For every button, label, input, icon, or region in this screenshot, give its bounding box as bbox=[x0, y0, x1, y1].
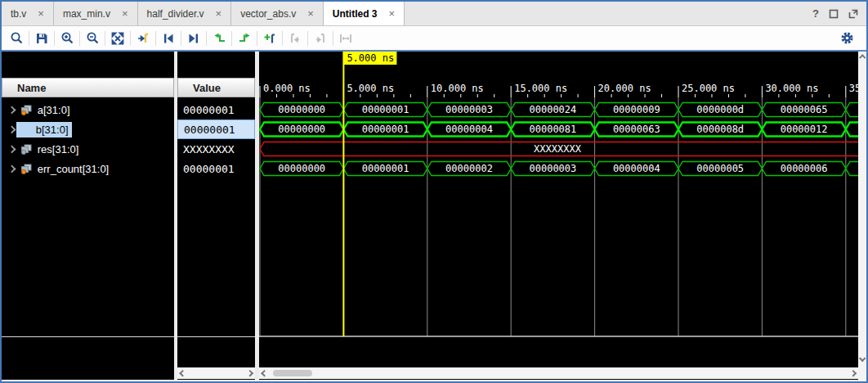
scroll-left-icon[interactable] bbox=[179, 369, 186, 376]
toolbar-separator bbox=[231, 31, 232, 46]
wave-scrollbar-thumb[interactable] bbox=[273, 370, 312, 376]
toolbar-separator bbox=[79, 31, 80, 46]
wave-bus-segment bbox=[846, 162, 858, 176]
next-marker-icon bbox=[314, 33, 327, 44]
signal-row-err_count[interactable]: err_count[31:0] bbox=[2, 159, 174, 178]
wave-bus-value: 00000004 bbox=[445, 124, 493, 135]
wave-bus-value: 0000008d bbox=[696, 124, 744, 135]
search-button[interactable] bbox=[7, 29, 26, 48]
zoom-fit-button[interactable] bbox=[108, 29, 128, 48]
name-column-header-label: Name bbox=[17, 82, 46, 94]
zoom-in-button[interactable] bbox=[57, 29, 77, 48]
toolbar-separator bbox=[54, 31, 55, 46]
scroll-right-icon[interactable] bbox=[246, 369, 253, 376]
maximize-icon[interactable] bbox=[848, 9, 858, 19]
signal-value-b[interactable]: 00000001 bbox=[177, 119, 255, 139]
zoom-to-cursor-button[interactable] bbox=[133, 29, 153, 48]
tab-close-icon[interactable]: × bbox=[216, 7, 222, 20]
wave-bus-value: 00000001 bbox=[362, 163, 409, 174]
zoom-out-button[interactable] bbox=[83, 29, 102, 48]
panel-bottom-separator bbox=[177, 336, 255, 337]
expand-chevron-icon[interactable] bbox=[8, 164, 16, 173]
help-icon[interactable]: ? bbox=[812, 7, 819, 20]
signal-name-label: a[31:0] bbox=[34, 102, 74, 118]
wave-bus-value: 00000000 bbox=[278, 163, 325, 174]
ruler-label: 35.0 bbox=[849, 83, 858, 94]
wave-bus-value: 00000063 bbox=[613, 124, 660, 135]
zoom-in-icon bbox=[60, 31, 74, 45]
tab-label: Untitled 3 bbox=[333, 8, 378, 20]
signal-row-a[interactable]: a[31:0] bbox=[2, 100, 174, 119]
save-waveform-button[interactable] bbox=[32, 29, 51, 48]
signal-value-res[interactable]: XXXXXXXX bbox=[177, 139, 255, 159]
bus-icon bbox=[20, 164, 33, 174]
tab-close-icon[interactable]: × bbox=[389, 7, 396, 20]
signal-name-label: err_count[31:0] bbox=[34, 161, 112, 177]
wave-horizontal-scrollbar[interactable] bbox=[259, 367, 858, 379]
bus-icon bbox=[20, 105, 33, 115]
tab-half-divider-v[interactable]: half_divider.v× bbox=[138, 2, 232, 25]
ruler-label: 5.000 ns bbox=[347, 83, 394, 94]
wave-vertical-scrollbar[interactable] bbox=[858, 52, 866, 380]
wave-bus-value: 0000000d bbox=[696, 104, 744, 115]
ruler-label: 30.000 ns bbox=[765, 83, 818, 94]
tab-tb-v[interactable]: tb.v× bbox=[2, 2, 54, 25]
zoom-cursor-icon bbox=[136, 32, 150, 45]
add-marker-button[interactable] bbox=[260, 29, 280, 48]
values-horizontal-scrollbar[interactable] bbox=[177, 367, 255, 379]
scroll-right-icon[interactable] bbox=[849, 369, 857, 376]
tab-close-icon[interactable]: × bbox=[38, 7, 44, 20]
toolbar bbox=[2, 26, 866, 52]
signal-name-label: res[31:0] bbox=[34, 142, 83, 157]
wave-bus-value: 00000003 bbox=[530, 163, 577, 174]
zoom-fit-icon bbox=[111, 32, 124, 45]
signal-row-b[interactable]: b[31:0] bbox=[2, 119, 174, 139]
next-transition-icon bbox=[238, 32, 252, 44]
expand-chevron-icon[interactable] bbox=[8, 106, 16, 114]
wave-bus-value: 00000004 bbox=[613, 163, 660, 174]
value-column-header[interactable]: Value bbox=[177, 78, 255, 97]
signal-value-a[interactable]: 00000001 bbox=[177, 100, 255, 119]
tab-untitled-3[interactable]: Untitled 3× bbox=[324, 2, 405, 25]
tab-bar: tb.v×max_min.v×half_divider.v×vector_abs… bbox=[2, 2, 866, 26]
go-to-end-button[interactable] bbox=[184, 29, 204, 48]
go-to-start-button[interactable] bbox=[159, 29, 178, 48]
add-marker-icon bbox=[263, 32, 276, 45]
save-icon bbox=[35, 32, 48, 45]
wave-bus-value: 00000001 bbox=[362, 104, 409, 115]
toolbar-separator bbox=[155, 31, 156, 46]
tab-label: tb.v bbox=[11, 8, 26, 20]
settings-button[interactable] bbox=[837, 29, 857, 48]
name-column-header[interactable]: Name bbox=[2, 78, 174, 97]
scroll-down-icon[interactable] bbox=[859, 355, 866, 363]
next-transition-button[interactable] bbox=[235, 29, 254, 48]
scroll-left-icon[interactable] bbox=[261, 369, 268, 376]
go-start-icon bbox=[162, 32, 175, 45]
wave-bus-value: 00000002 bbox=[445, 163, 493, 174]
tab-close-icon[interactable]: × bbox=[307, 7, 314, 20]
tab-vector-abs-v[interactable]: vector_abs.v× bbox=[231, 2, 324, 25]
waveform-viewer: Name a[31:0]b[31:0]res[31:0]err_count[31… bbox=[2, 52, 866, 380]
wave-bus-value: 00000009 bbox=[613, 104, 660, 115]
previous-transition-button[interactable] bbox=[209, 29, 229, 48]
float-icon[interactable] bbox=[829, 9, 839, 19]
expand-chevron-icon[interactable] bbox=[8, 145, 16, 153]
wave-bus-value: 00000005 bbox=[696, 163, 744, 174]
tab-label: max_min.v bbox=[63, 8, 110, 20]
toolbar-separator bbox=[130, 31, 131, 46]
signal-row-res[interactable]: res[31:0] bbox=[2, 139, 174, 159]
ruler-label: 0.000 ns bbox=[263, 83, 311, 94]
go-end-icon bbox=[187, 32, 200, 45]
tab-max-min-v[interactable]: max_min.v× bbox=[54, 2, 138, 25]
toolbar-separator bbox=[333, 31, 333, 46]
expand-chevron-icon[interactable] bbox=[8, 125, 16, 133]
value-column-header-label: Value bbox=[193, 82, 221, 94]
tab-close-icon[interactable]: × bbox=[122, 7, 128, 20]
wave-bus-value: 00000006 bbox=[781, 163, 828, 174]
vivado-waveform-window: tb.v×max_min.v×half_divider.v×vector_abs… bbox=[0, 0, 868, 383]
signal-value-err_count[interactable]: 00000001 bbox=[177, 159, 255, 178]
toolbar-separator bbox=[206, 31, 207, 46]
gear-icon bbox=[840, 31, 854, 45]
scroll-up-icon[interactable] bbox=[859, 54, 866, 61]
ruler-label: 15.000 ns bbox=[514, 83, 567, 94]
